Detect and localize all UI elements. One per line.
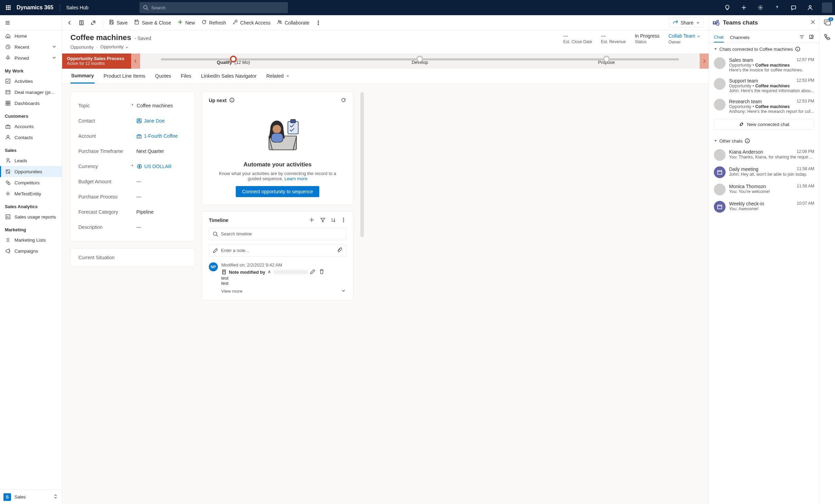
nav-item-sales-usage-reports[interactable]: Sales usage reports [0,211,62,222]
nav-item-competitors[interactable]: Competitors [0,177,62,188]
chat-item[interactable]: Support team12:53 PMOpportunity • Coffee… [714,75,814,96]
chevron-down-icon[interactable] [341,288,346,294]
view-more-link[interactable]: View more [221,289,242,294]
info-icon[interactable] [795,46,800,52]
nav-item-deal-manager-pr-[interactable]: Deal manager (pr... [0,87,62,98]
process-name-tag[interactable]: Opportunity Sales Process Active for 12 … [62,54,131,69]
save-button[interactable]: Save [109,19,128,26]
check-access-button[interactable]: Check Access [232,19,271,26]
chat-item[interactable]: Research team12:53 PMOpportunity • Coffe… [714,96,814,117]
timeline-note-input[interactable]: Enter a note... [209,244,346,257]
app-launcher-icon[interactable] [5,4,12,11]
app-name[interactable]: Sales Hub [66,5,89,10]
connected-chats-header[interactable]: Chats connected to Coffee machines [714,46,814,52]
header-field-owner[interactable]: Collab Team Owner [669,33,700,45]
nav-item-opportunities[interactable]: Opportunities [0,166,62,177]
chat-item[interactable]: Monica Thomson11:56 AMYou: You're welcom… [714,181,814,198]
field-purchase-process[interactable]: Purchase Process--- [78,189,187,204]
new-connected-chat-button[interactable]: New connected chat [714,119,814,130]
attachment-icon[interactable] [337,247,342,254]
overflow-button[interactable] [315,20,321,26]
nav-item-home[interactable]: Home [0,30,62,41]
timeline-add-icon[interactable] [309,217,315,224]
stage-propose[interactable]: Propose [513,54,700,69]
timeline-sort-icon[interactable] [330,217,336,224]
nav-item-metestentity[interactable]: MeTestEntity [0,188,62,199]
stage-qualify[interactable]: Qualify (12 Mo) [140,54,327,69]
nav-item-activities[interactable]: Activities [0,76,62,87]
teams-filter-icon[interactable] [799,34,805,41]
brand-name[interactable]: Dynamics 365 [17,4,54,11]
nav-item-pinned[interactable]: Pinned [0,52,62,64]
nav-item-recent[interactable]: Recent [0,41,62,52]
lightbulb-button[interactable] [720,0,734,15]
teams-close-icon[interactable] [810,19,816,26]
back-button[interactable] [67,20,72,26]
field-currency[interactable]: Currency*US DOLLAR [78,159,187,174]
popout-button[interactable] [90,20,96,26]
tab-related[interactable]: Related [266,69,290,84]
chat-item[interactable]: Weekly check-in10:07 AMYou: Awesome! [714,198,814,215]
nav-item-leads[interactable]: Leads [0,155,62,166]
nav-item-campaigns[interactable]: Campaigns [0,245,62,256]
nav-item-contacts[interactable]: Contacts [0,132,62,143]
refresh-button[interactable]: Refresh [201,19,226,26]
field-forecast-category[interactable]: Forecast CategoryPipeline [78,204,187,220]
tab-summary[interactable]: Summary [70,69,95,84]
timeline-more-icon[interactable] [341,217,346,224]
nav-item-marketing-lists[interactable]: Marketing Lists [0,234,62,245]
tab-files[interactable]: Files [180,69,192,84]
note-delete-icon[interactable] [319,269,324,275]
rail-chat-button[interactable]: 3 [824,19,831,27]
svg-point-7 [8,9,9,10]
field-contact[interactable]: ContactJane Doe [78,113,187,128]
process-prev-arrow[interactable] [131,54,140,69]
nav-item-dashboards[interactable]: Dashboards [0,98,62,109]
collaborate-button[interactable]: Collaborate [277,19,310,26]
timeline-note[interactable]: NP Modified on: 2/2/2022 9:42 AM Note mo… [209,262,346,294]
person-button[interactable] [803,0,817,15]
field-topic[interactable]: Topic*Coffee machines [78,98,187,113]
field-description[interactable]: Description--- [78,220,187,235]
info-icon[interactable] [745,138,750,144]
assistant-button[interactable] [787,0,800,15]
nav-toggle[interactable] [0,15,62,30]
refresh-icon [201,19,207,26]
teams-compose-icon[interactable] [809,34,814,41]
timeline-filter-icon[interactable] [320,217,326,224]
field-budget-amount[interactable]: Budget Amount--- [78,174,187,189]
info-icon[interactable] [229,97,235,104]
other-chats-header[interactable]: Other chats [714,138,814,144]
share-button[interactable]: Share [669,18,704,28]
global-search[interactable]: Search [139,2,288,13]
area-switcher[interactable]: S Sales [0,490,62,504]
field-account[interactable]: Account1-Fourth Coffee [78,128,187,144]
learn-more-link[interactable]: Learn more [284,176,307,181]
teams-tab-channels[interactable]: Channels [730,33,750,42]
process-next-arrow[interactable] [700,54,709,69]
connect-sequence-button[interactable]: Connect opportunity to sequence [236,186,319,197]
form-selector[interactable]: Opportunity [100,44,129,50]
teams-tab-chat[interactable]: Chat [714,32,724,42]
chat-item[interactable]: Daily meeting11:58 AMJohn: Hey all, won'… [714,164,814,181]
chat-item[interactable]: Kiana Anderson12:08 PMYou: Thanks, Kiana… [714,146,814,164]
help-button[interactable] [770,0,784,15]
add-button[interactable] [737,0,751,15]
timeline-search[interactable]: Search timeline [209,228,346,240]
refresh-panel-icon[interactable] [341,97,346,104]
new-button[interactable]: New [177,19,195,26]
tab-quotes[interactable]: Quotes [154,69,172,84]
user-avatar[interactable] [822,2,832,13]
tab-product-line-items[interactable]: Product Line Items [103,69,146,84]
save-close-button[interactable]: Save & Close [134,19,171,26]
tab-linkedin-sales-navigator[interactable]: LinkedIn Sales Navigator [200,69,257,84]
chat-item[interactable]: Sales team12:57 PMOpportunity • Coffee m… [714,55,814,75]
note-edit-icon[interactable] [310,269,315,275]
form-scrollbar[interactable] [360,92,364,237]
settings-button[interactable] [754,0,767,15]
stage-develop[interactable]: Develop [327,54,513,69]
nav-item-accounts[interactable]: Accounts [0,121,62,132]
rail-phone-button[interactable] [824,33,831,41]
open-record-set[interactable] [79,20,84,26]
field-purchase-timeframe[interactable]: Purchase TimeframeNext Quarter [78,144,187,159]
